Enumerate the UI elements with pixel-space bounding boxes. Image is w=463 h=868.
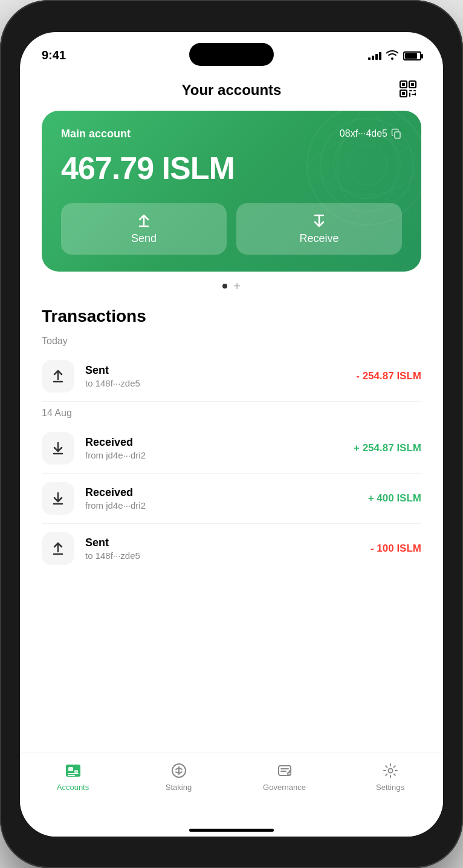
nav-staking[interactable]: Staking <box>126 759 232 792</box>
nav-settings[interactable]: Settings <box>337 759 443 792</box>
phone-frame: 9:41 <box>0 0 463 868</box>
tx-amount: + 254.87 ISLM <box>354 442 421 454</box>
tx-details: Sent to 148f···zde5 <box>85 364 345 388</box>
svg-point-11 <box>307 111 421 225</box>
accounts-icon <box>63 761 83 780</box>
tx-details: Received from jd4e···dri2 <box>85 436 343 460</box>
wifi-icon <box>386 50 398 62</box>
receive-label: Receive <box>299 232 338 245</box>
signal-icon <box>368 52 381 60</box>
app-header: Your accounts <box>20 67 443 111</box>
active-dot <box>222 284 227 289</box>
send-icon <box>136 213 152 229</box>
received-icon-container-2 <box>42 482 74 515</box>
tx-item[interactable]: Received from jd4e···dri2 + 254.87 ISLM <box>42 423 421 473</box>
svg-rect-8 <box>409 93 410 97</box>
nav-accounts-label: Accounts <box>57 783 89 792</box>
tx-address: from jd4e···dri2 <box>85 450 343 460</box>
svg-rect-17 <box>68 767 73 771</box>
add-account-icon[interactable]: + <box>233 280 241 292</box>
svg-point-21 <box>287 772 291 775</box>
tx-item[interactable]: Sent to 148f···zde5 - 254.87 ISLM <box>42 351 421 401</box>
nav-staking-label: Staking <box>166 783 192 792</box>
svg-rect-6 <box>409 90 412 91</box>
nav-accounts[interactable]: Accounts <box>20 759 126 792</box>
pagination-dots: + <box>20 272 443 297</box>
date-label-aug14: 14 Aug <box>42 408 421 419</box>
sent-icon-container-2 <box>42 532 74 565</box>
date-label-today: Today <box>42 336 421 347</box>
tx-item[interactable]: Received from jd4e···dri2 + 400 ISLM <box>42 474 421 523</box>
home-indicator <box>20 818 443 837</box>
svg-rect-18 <box>74 770 78 774</box>
transactions-title: Transactions <box>42 307 421 326</box>
sent-up-icon <box>50 368 66 384</box>
svg-point-13 <box>334 132 400 198</box>
tx-type: Received <box>85 436 343 449</box>
account-card: Main account 08xf···4de5 467.79 ISLM <box>42 111 421 272</box>
app-content: Your accounts <box>20 67 443 837</box>
status-time: 9:41 <box>42 48 66 62</box>
received-icon-container <box>42 432 74 465</box>
svg-rect-4 <box>411 83 414 86</box>
settings-icon <box>381 761 400 780</box>
tx-amount: + 400 ISLM <box>368 492 421 504</box>
qr-code-button[interactable] <box>395 77 421 103</box>
page-title: Your accounts <box>182 82 282 99</box>
sent-icon-container <box>42 360 74 393</box>
phone-screen: 9:41 <box>20 32 443 837</box>
tx-type: Sent <box>85 364 345 377</box>
tx-amount: - 254.87 ISLM <box>356 370 421 382</box>
card-bg-pattern <box>300 111 421 232</box>
svg-rect-7 <box>413 90 416 91</box>
tx-address: from jd4e···dri2 <box>85 500 357 511</box>
tx-amount: - 100 ISLM <box>371 543 421 555</box>
home-bar <box>189 829 274 832</box>
received-down-icon-2 <box>50 491 66 506</box>
tx-type: Received <box>85 486 357 499</box>
nav-governance[interactable]: Governance <box>232 759 337 792</box>
tx-details: Received from jd4e···dri2 <box>85 486 357 511</box>
svg-rect-15 <box>395 132 400 139</box>
tx-details: Sent to 148f···zde5 <box>85 537 360 561</box>
qr-icon <box>398 79 418 101</box>
svg-rect-10 <box>415 93 416 96</box>
sent-up-icon-2 <box>50 541 66 556</box>
send-label: Send <box>131 232 157 245</box>
status-icons <box>368 50 421 62</box>
received-down-icon <box>50 440 66 456</box>
battery-icon <box>403 51 421 60</box>
governance-icon <box>275 761 294 780</box>
svg-point-22 <box>388 768 392 772</box>
account-card-container: Main account 08xf···4de5 467.79 ISLM <box>20 111 443 272</box>
staking-icon <box>169 761 189 780</box>
transactions-section: Transactions Today Sent to 148f···zde5 <box>20 297 443 752</box>
nav-settings-label: Settings <box>376 783 404 792</box>
copy-icon <box>391 128 402 139</box>
tx-type: Sent <box>85 537 360 549</box>
nav-governance-label: Governance <box>263 783 306 792</box>
account-label: Main account <box>61 128 131 140</box>
svg-rect-3 <box>402 83 405 86</box>
tx-address: to 148f···zde5 <box>85 550 360 561</box>
send-button[interactable]: Send <box>61 203 227 255</box>
svg-point-14 <box>347 145 387 185</box>
bottom-nav: Accounts Staking <box>20 752 443 818</box>
divider <box>42 401 421 402</box>
tx-item[interactable]: Sent to 148f···zde5 - 100 ISLM <box>42 524 421 573</box>
dynamic-island <box>189 43 274 66</box>
svg-rect-5 <box>402 92 405 95</box>
tx-address: to 148f···zde5 <box>85 378 345 388</box>
